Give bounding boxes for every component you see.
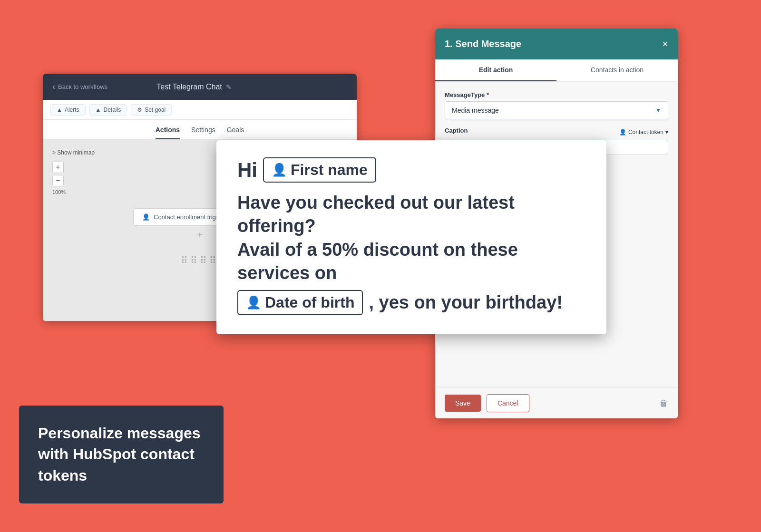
panel-footer: Save Cancel 🗑 xyxy=(435,387,678,418)
select-arrow-icon: ▼ xyxy=(655,107,661,114)
workflow-tabs: Actions Settings Goals xyxy=(43,120,357,140)
first-name-token-badge: 👤 First name xyxy=(263,157,376,183)
chevron-icon: ▾ xyxy=(665,129,668,135)
tab-contacts-in-action[interactable]: Contacts in action xyxy=(556,59,678,81)
back-link[interactable]: Back to workflows xyxy=(52,82,107,92)
edit-icon: ✎ xyxy=(226,83,232,91)
panel-title: 1. Send Message xyxy=(445,39,521,49)
cancel-button[interactable]: Cancel xyxy=(487,394,529,412)
contact-icon: 👤 xyxy=(619,129,626,135)
tab-settings[interactable]: Settings xyxy=(191,126,215,139)
person-icon: 👤 xyxy=(142,213,150,221)
popup-card: Hi 👤 First name Have you checked out our… xyxy=(216,140,606,334)
zoom-controls: + − 100% xyxy=(52,162,66,195)
date-token-badge: 👤 Date of birth xyxy=(237,290,363,315)
set-goal-button[interactable]: ⚙ Set goal xyxy=(131,104,172,116)
popup-line1: Hi 👤 First name xyxy=(237,157,585,183)
popup-suffix-text: , yes on your birthday! xyxy=(369,292,563,313)
zoom-out-button[interactable]: − xyxy=(52,175,64,186)
workflow-subheader: ▲ Alerts ▲ Details ⚙ Set goal xyxy=(43,100,357,120)
tab-actions[interactable]: Actions xyxy=(156,126,180,139)
tab-goals[interactable]: Goals xyxy=(227,126,244,139)
popup-main-text: Have you checked out our latest offering… xyxy=(237,191,585,285)
details-button[interactable]: ▲ Details xyxy=(89,104,127,116)
popup-line3: 👤 Date of birth , yes on your birthday! xyxy=(237,290,585,315)
contact-token-link[interactable]: 👤 Contact token ▾ xyxy=(619,129,668,135)
message-type-label: MessageType * xyxy=(445,91,668,98)
zoom-level: 100% xyxy=(52,189,66,195)
message-type-select[interactable]: Media message ▼ xyxy=(445,101,668,119)
caption-row: Caption 👤 Contact token ▾ xyxy=(445,127,668,137)
plus-connector: + xyxy=(197,230,203,241)
person-token-icon: 👤 xyxy=(272,163,287,177)
workflow-header: Back to workflows Test Telegram Chat ✎ xyxy=(43,74,357,100)
person-dob-icon: 👤 xyxy=(246,295,261,310)
text-box-content: Personalize messageswith HubSpot contact… xyxy=(38,423,205,486)
text-box: Personalize messageswith HubSpot contact… xyxy=(19,406,224,503)
panel-header: 1. Send Message × xyxy=(435,29,678,59)
save-button[interactable]: Save xyxy=(445,395,481,412)
grid-dots: ⠿⠿⠿⠿ xyxy=(181,255,219,266)
trash-icon[interactable]: 🗑 xyxy=(660,398,668,408)
panel-tabs: Edit action Contacts in action xyxy=(435,59,678,82)
tab-edit-action[interactable]: Edit action xyxy=(435,59,556,81)
alerts-button[interactable]: ▲ Alerts xyxy=(50,104,86,116)
zoom-in-button[interactable]: + xyxy=(52,162,64,173)
close-button[interactable]: × xyxy=(662,39,668,49)
popup-hi-text: Hi xyxy=(237,159,257,182)
minimap-link[interactable]: > Show minimap xyxy=(52,149,95,156)
caption-label: Caption xyxy=(445,127,468,134)
workflow-title: Test Telegram Chat ✎ xyxy=(156,83,232,91)
